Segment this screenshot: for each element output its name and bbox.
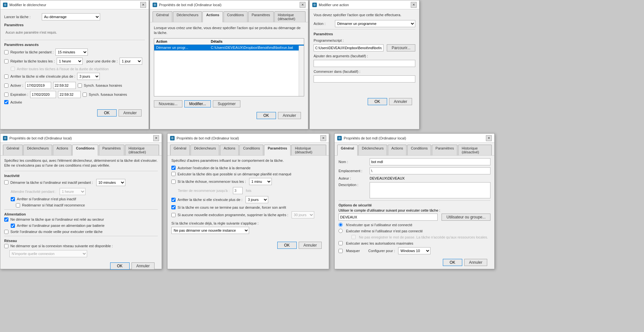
- tab-historique[interactable]: Historique (désactivé): [274, 11, 305, 22]
- configurer-select[interactable]: Windows 10: [398, 247, 431, 254]
- expiration-date[interactable]: [30, 91, 56, 98]
- commencer-input[interactable]: [314, 75, 415, 83]
- gen-tab-conditions[interactable]: Conditions: [407, 145, 431, 155]
- conditions-annuler[interactable]: Annuler: [132, 262, 155, 270]
- gen-tab-historique[interactable]: Historique (désactivé): [458, 145, 492, 155]
- utilisateur-input[interactable]: [339, 214, 438, 221]
- table-row[interactable]: Démarrer un progr... C:\Users\DEVEAUX\Dr…: [154, 45, 304, 51]
- supprimer-select[interactable]: 30 jours: [292, 211, 314, 218]
- parametres-ok[interactable]: OK: [277, 242, 297, 249]
- cond-tab-declencheurs[interactable]: Déclencheurs: [23, 145, 52, 155]
- repeter-checkbox[interactable]: [4, 59, 8, 63]
- par-tab-actions[interactable]: Actions: [220, 145, 239, 155]
- gen-tab-parametres[interactable]: Paramètres: [432, 145, 457, 155]
- arreter-inactif-checkbox[interactable]: [11, 197, 15, 201]
- cond-tab-conditions[interactable]: Conditions: [72, 145, 98, 156]
- activer-checkbox[interactable]: [4, 83, 8, 88]
- programme-input[interactable]: [314, 44, 384, 51]
- regle-select[interactable]: Ne pas démarrer une nouvelle instance: [171, 227, 249, 234]
- attendre-select[interactable]: 1 heure: [60, 188, 86, 195]
- reseau-checkbox[interactable]: [4, 244, 8, 248]
- expiration-checkbox[interactable]: [4, 93, 8, 97]
- reporter-checkbox[interactable]: [4, 50, 8, 54]
- general-annuler[interactable]: Annuler: [464, 259, 487, 266]
- utilisateur-groupe-button[interactable]: Utilisateur ou groupe...: [442, 214, 490, 221]
- declencheur-ok-button[interactable]: OK: [97, 109, 117, 116]
- modifier-declencheur-close[interactable]: ✕: [140, 2, 146, 8]
- expiration-time[interactable]: [58, 91, 81, 98]
- modifier-action-ok[interactable]: OK: [368, 98, 387, 105]
- modifier-action-annuler[interactable]: Annuler: [389, 98, 412, 105]
- non-connecte-radio[interactable]: [339, 229, 343, 233]
- cond-tab-historique[interactable]: Historique (désactivé): [125, 145, 159, 155]
- echoue-checkbox[interactable]: [171, 180, 176, 184]
- connecte-radio[interactable]: [339, 223, 343, 227]
- tab-declencheurs[interactable]: Déclencheurs: [173, 11, 202, 22]
- activer-time[interactable]: [53, 82, 76, 89]
- arreter2-select[interactable]: 3 jours: [246, 196, 268, 203]
- arreter-repetition-checkbox[interactable]: [11, 67, 15, 71]
- parametres-annuler[interactable]: Annuler: [299, 242, 322, 249]
- arguments-input[interactable]: [314, 60, 415, 67]
- modifier-action-close[interactable]: ✕: [411, 2, 417, 8]
- activee-checkbox[interactable]: [4, 100, 8, 104]
- table-scrollbar[interactable]: [299, 46, 304, 96]
- proprietes-parametres-close[interactable]: ✕: [320, 135, 326, 141]
- forcer-checkbox[interactable]: [171, 205, 176, 209]
- conditions-ok[interactable]: OK: [110, 262, 130, 270]
- modifier-button[interactable]: Modifier...: [184, 100, 211, 107]
- sortir-checkbox[interactable]: [4, 230, 8, 234]
- general-ok[interactable]: OK: [443, 259, 462, 266]
- nom-input[interactable]: [370, 158, 490, 165]
- reseau-select[interactable]: N'importe quelle connexion: [9, 250, 87, 257]
- redemarrer-checkbox[interactable]: [16, 203, 20, 207]
- par-tab-declencheurs[interactable]: Déclencheurs: [190, 145, 219, 155]
- arreter-plus-checkbox[interactable]: [4, 74, 8, 79]
- repeter-select[interactable]: 1 heure: [57, 58, 83, 65]
- arreter-select[interactable]: 3 jours: [77, 73, 100, 80]
- executer-manque-checkbox[interactable]: [171, 172, 176, 176]
- tab-actions[interactable]: Actions: [202, 11, 223, 22]
- autorisations-checkbox[interactable]: [339, 241, 343, 245]
- activer-date[interactable]: [25, 82, 51, 89]
- emplacement-input[interactable]: [370, 167, 490, 174]
- synch2-checkbox[interactable]: [83, 93, 87, 97]
- proprietes-top-annuler[interactable]: Annuler: [278, 112, 301, 119]
- nouveau-button[interactable]: Nouveau...: [154, 100, 182, 107]
- gen-tab-general[interactable]: Général: [337, 145, 358, 156]
- proprietes-conditions-close[interactable]: ✕: [153, 135, 159, 141]
- cond-tab-general[interactable]: Général: [3, 145, 23, 155]
- mot-passe-checkbox[interactable]: [351, 235, 356, 239]
- cond-tab-actions[interactable]: Actions: [53, 145, 72, 155]
- inactif-select[interactable]: 10 minutes: [96, 179, 125, 186]
- synch1-checkbox[interactable]: [78, 83, 82, 88]
- cond-tab-parametres[interactable]: Paramètres: [99, 145, 124, 155]
- echoue-select[interactable]: 1 minu: [249, 178, 272, 185]
- autoriser-checkbox[interactable]: [171, 166, 176, 170]
- gen-tab-declencheurs[interactable]: Déclencheurs: [358, 145, 387, 155]
- parcourir-button[interactable]: Parcourir...: [387, 44, 415, 51]
- ne-demarrer-checkbox[interactable]: [4, 217, 8, 222]
- lancer-tache-select[interactable]: Au démarrage: [42, 13, 100, 20]
- tenter-input[interactable]: [233, 187, 243, 194]
- tab-parametres[interactable]: Paramètres: [248, 11, 274, 22]
- masquer-checkbox[interactable]: [339, 249, 343, 253]
- par-tab-historique[interactable]: Historique (désactivé): [291, 145, 326, 155]
- proprietes-top-ok[interactable]: OK: [257, 112, 276, 119]
- reporter-select[interactable]: 15 minutes: [55, 49, 88, 56]
- arreter-plus2-checkbox[interactable]: [171, 198, 176, 202]
- duree-select[interactable]: 1 jour: [120, 58, 142, 65]
- par-tab-general[interactable]: Général: [170, 145, 190, 155]
- par-tab-conditions[interactable]: Conditions: [239, 145, 263, 155]
- description-textarea[interactable]: [370, 182, 490, 198]
- supprimer-button[interactable]: Supprimer: [213, 100, 240, 107]
- arreter-batterie-checkbox[interactable]: [11, 224, 15, 228]
- supprimer-checkbox[interactable]: [171, 213, 176, 217]
- gen-tab-actions[interactable]: Actions: [388, 145, 407, 155]
- proprietes-top-close[interactable]: ✕: [300, 2, 305, 8]
- demarrer-inactif-checkbox[interactable]: [4, 180, 8, 184]
- tab-conditions[interactable]: Conditions: [224, 11, 247, 22]
- tab-general[interactable]: Général: [153, 11, 172, 22]
- par-tab-parametres[interactable]: Paramètres: [264, 145, 291, 156]
- action-select[interactable]: Démarrer un programme: [335, 20, 415, 27]
